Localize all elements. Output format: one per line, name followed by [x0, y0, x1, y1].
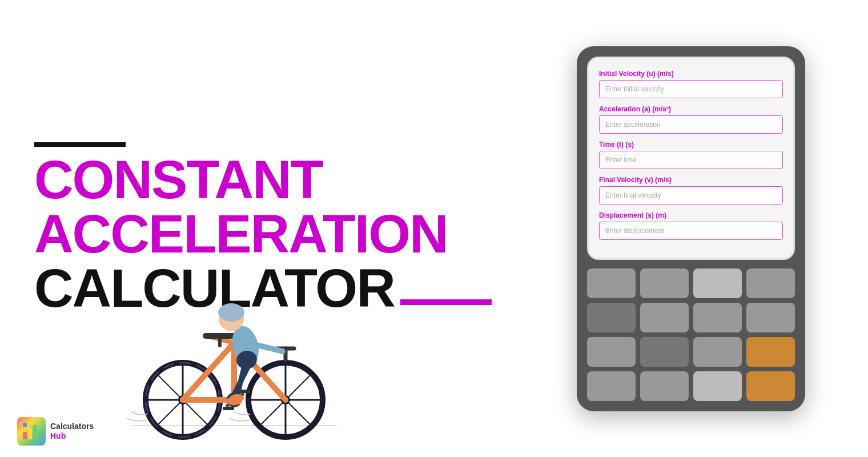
- input-initial-velocity[interactable]: [599, 80, 783, 98]
- logo-icon: [17, 417, 46, 446]
- key-5[interactable]: [587, 303, 636, 332]
- logo-text: Calculators Hub: [50, 422, 94, 441]
- bike-illustration: [114, 257, 343, 440]
- key-4[interactable]: [746, 268, 795, 298]
- key-12[interactable]: [587, 371, 636, 401]
- svg-rect-38: [23, 432, 27, 439]
- label-final-velocity: Final Velocity (v) (m/s): [599, 176, 783, 184]
- key-8[interactable]: [746, 303, 795, 332]
- svg-line-14: [183, 343, 234, 400]
- key-9[interactable]: [587, 337, 636, 367]
- input-time[interactable]: [599, 151, 783, 169]
- svg-rect-32: [220, 312, 243, 316]
- label-displacement: Displacement (s) (m): [599, 211, 783, 219]
- logo-brand2: Hub: [50, 431, 94, 441]
- left-section: CONSTANT ACCELERATION CALCULATOR: [0, 0, 514, 457]
- svg-rect-40: [33, 425, 37, 439]
- bottom-decorative-bar: [400, 299, 492, 305]
- key-11[interactable]: [693, 337, 742, 367]
- label-initial-velocity: Initial Velocity (u) (m/s): [599, 70, 783, 78]
- top-decorative-bar: [34, 142, 126, 147]
- svg-point-37: [230, 394, 244, 402]
- key-equals[interactable]: [746, 337, 795, 367]
- key-calculate[interactable]: [746, 371, 795, 401]
- key-14[interactable]: [693, 371, 742, 401]
- input-acceleration[interactable]: [599, 115, 783, 134]
- form-group-initial-velocity: Initial Velocity (u) (m/s): [599, 70, 783, 98]
- key-7[interactable]: [693, 303, 742, 332]
- svg-rect-26: [223, 407, 234, 410]
- svg-rect-41: [23, 423, 27, 427]
- form-group-acceleration: Acceleration (a) (m/s²): [599, 105, 783, 134]
- title-line1: CONSTANT: [34, 153, 480, 207]
- keypad: [577, 260, 805, 411]
- calculator-body: Initial Velocity (u) (m/s)Acceleration (…: [577, 46, 805, 411]
- key-13[interactable]: [640, 371, 689, 401]
- key-10[interactable]: [640, 337, 689, 367]
- input-displacement[interactable]: [599, 222, 783, 240]
- logo-area: Calculators Hub: [17, 417, 94, 446]
- logo-brand1: Calculators: [50, 422, 94, 431]
- label-time: Time (t) (s): [599, 141, 783, 149]
- right-section: Initial Velocity (u) (m/s)Acceleration (…: [514, 0, 868, 457]
- calculator-screen: Initial Velocity (u) (m/s)Acceleration (…: [587, 57, 795, 260]
- title-line2: ACCELERATION: [34, 207, 480, 261]
- input-final-velocity[interactable]: [599, 186, 783, 205]
- key-1[interactable]: [587, 268, 636, 298]
- label-acceleration: Acceleration (a) (m/s²): [599, 105, 783, 113]
- svg-rect-39: [28, 428, 32, 439]
- form-group-final-velocity: Final Velocity (v) (m/s): [599, 176, 783, 205]
- key-2[interactable]: [640, 268, 689, 298]
- key-6[interactable]: [640, 303, 689, 332]
- form-group-time: Time (t) (s): [599, 141, 783, 169]
- key-3[interactable]: [693, 268, 742, 298]
- form-group-displacement: Displacement (s) (m): [599, 211, 783, 240]
